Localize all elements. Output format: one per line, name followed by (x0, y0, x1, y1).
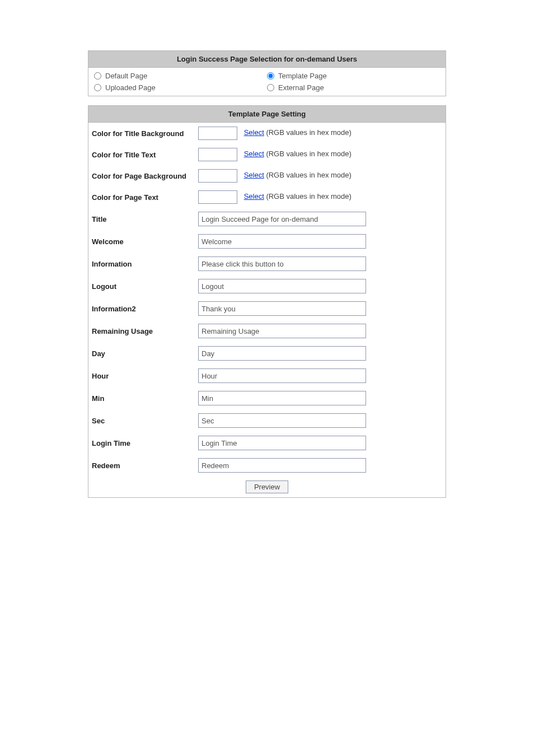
input-information2[interactable] (198, 301, 366, 316)
radio-uploaded-page-label: Uploaded Page (105, 83, 156, 92)
radio-default-page-label: Default Page (105, 72, 147, 80)
label-hour: Hour (88, 365, 195, 387)
label-remaining: Remaining Usage (88, 320, 195, 342)
select-link-color-title-bg[interactable]: Select (244, 128, 264, 137)
template-settings-panel: Template Page Setting Color for Title Ba… (88, 105, 446, 498)
radio-uploaded-page-input[interactable] (94, 84, 101, 91)
radio-template-page-label: Template Page (278, 72, 327, 80)
input-day[interactable] (198, 346, 366, 361)
radio-default-page-input[interactable] (94, 72, 101, 80)
label-color-title-text: Color for Title Text (88, 144, 195, 165)
label-information: Information (88, 253, 195, 275)
radio-uploaded-page[interactable]: Uploaded Page (94, 83, 267, 92)
label-color-page-bg: Color for Page Background (88, 165, 195, 186)
radio-default-page[interactable]: Default Page (94, 71, 267, 81)
input-welcome[interactable] (198, 234, 366, 249)
hint-color-title-text: (RGB values in hex mode) (266, 150, 351, 158)
radio-template-page[interactable]: Template Page (267, 71, 440, 81)
swatch-color-title-text[interactable] (198, 148, 237, 161)
preview-button[interactable]: Preview (246, 480, 288, 493)
select-link-color-title-text[interactable]: Select (244, 150, 264, 158)
label-color-page-text: Color for Page Text (88, 186, 195, 208)
label-day: Day (88, 342, 195, 365)
label-logout: Logout (88, 275, 195, 297)
hint-color-title-bg: (RGB values in hex mode) (266, 128, 351, 137)
label-information2: Information2 (88, 297, 195, 320)
input-logout[interactable] (198, 279, 366, 293)
label-welcome: Welcome (88, 230, 195, 253)
hint-color-page-bg: (RGB values in hex mode) (266, 171, 351, 179)
select-link-color-page-bg[interactable]: Select (244, 171, 264, 179)
label-sec: Sec (88, 409, 195, 432)
label-login-time: Login Time (88, 432, 195, 454)
hint-color-page-text: (RGB values in hex mode) (266, 192, 351, 200)
swatch-color-page-text[interactable] (198, 190, 237, 204)
input-redeem[interactable] (198, 458, 366, 473)
label-redeem: Redeem (88, 454, 195, 477)
input-min[interactable] (198, 391, 366, 405)
input-remaining[interactable] (198, 324, 366, 338)
input-title[interactable] (198, 212, 366, 226)
swatch-color-title-bg[interactable] (198, 127, 237, 140)
radio-external-page-input[interactable] (267, 84, 274, 91)
input-information[interactable] (198, 256, 366, 271)
radio-external-page-label: External Page (278, 83, 324, 92)
radio-template-page-input[interactable] (267, 72, 274, 80)
input-login-time[interactable] (198, 436, 366, 450)
label-min: Min (88, 387, 195, 409)
page-selection-header: Login Success Page Selection for on-dema… (88, 51, 446, 68)
input-hour[interactable] (198, 368, 366, 383)
page-selection-panel: Login Success Page Selection for on-dema… (88, 50, 446, 96)
label-color-title-bg: Color for Title Background (88, 123, 195, 144)
input-sec[interactable] (198, 413, 366, 428)
template-settings-header: Template Page Setting (88, 106, 446, 123)
select-link-color-page-text[interactable]: Select (244, 192, 264, 200)
radio-external-page[interactable]: External Page (267, 83, 440, 92)
swatch-color-page-bg[interactable] (198, 169, 237, 183)
label-title: Title (88, 208, 195, 230)
